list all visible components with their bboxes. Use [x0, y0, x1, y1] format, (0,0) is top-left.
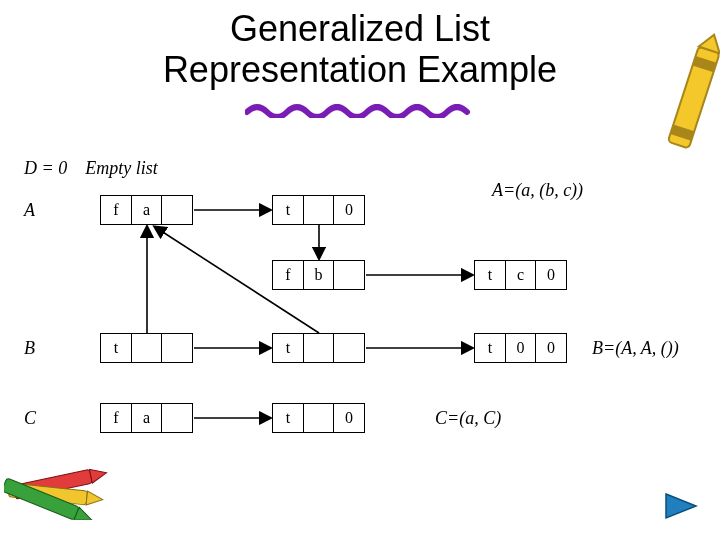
node-c2-data	[303, 403, 335, 433]
node-c2: t 0	[272, 403, 365, 433]
title-line-2: Representation Example	[0, 49, 720, 90]
crayon-yellow-icon	[660, 30, 720, 170]
node-b2: t	[272, 333, 365, 363]
title-line-1: Generalized List	[0, 8, 720, 49]
node-b3: t 0 0	[474, 333, 567, 363]
node-a4-data: c	[505, 260, 537, 290]
node-c1-data: a	[131, 403, 163, 433]
node-b1-data	[131, 333, 163, 363]
node-c1-link	[161, 403, 193, 433]
svg-marker-19	[86, 491, 103, 507]
node-c1: f a	[100, 403, 193, 433]
node-a3: f b	[272, 260, 365, 290]
node-b1-tag: t	[100, 333, 132, 363]
row-c-annotation: C=(a, C)	[435, 408, 501, 429]
node-c2-tag: t	[272, 403, 304, 433]
node-a1-tag: f	[100, 195, 132, 225]
node-a1-data: a	[131, 195, 163, 225]
row-b-label: B	[24, 338, 35, 359]
next-slide-play-icon[interactable]	[664, 492, 698, 520]
svg-marker-22	[666, 494, 696, 518]
node-a1-link	[161, 195, 193, 225]
node-b3-tag: t	[474, 333, 506, 363]
node-a2-link: 0	[333, 195, 365, 225]
svg-marker-17	[89, 466, 108, 483]
row-b-annotation: B=(A, A, ())	[592, 338, 679, 359]
row-c-label: C	[24, 408, 36, 429]
node-c1-tag: f	[100, 403, 132, 433]
slide-title: Generalized List Representation Example	[0, 0, 720, 132]
node-a2-tag: t	[272, 195, 304, 225]
row-a-label: A	[24, 200, 35, 221]
node-a3-data: b	[303, 260, 335, 290]
node-a2-data	[303, 195, 335, 225]
node-a3-tag: f	[272, 260, 304, 290]
node-b2-link	[333, 333, 365, 363]
node-b2-tag: t	[272, 333, 304, 363]
node-b1: t	[100, 333, 193, 363]
crayons-bundle-icon	[4, 450, 114, 520]
node-a1: f a	[100, 195, 193, 225]
node-a3-link	[333, 260, 365, 290]
node-c2-link: 0	[333, 403, 365, 433]
svg-line-9	[130, 433, 319, 435]
node-b2-data	[303, 333, 335, 363]
node-b3-data: 0	[505, 333, 537, 363]
row-d-label: D = 0 Empty list	[24, 158, 158, 179]
node-a4-tag: t	[474, 260, 506, 290]
node-a4-link: 0	[535, 260, 567, 290]
node-a4: t c 0	[474, 260, 567, 290]
row-a-annotation: A=(a, (b, c))	[492, 180, 583, 201]
title-underline-squiggle	[245, 104, 475, 118]
node-a2: t 0	[272, 195, 365, 225]
node-b3-link: 0	[535, 333, 567, 363]
node-b1-link	[161, 333, 193, 363]
